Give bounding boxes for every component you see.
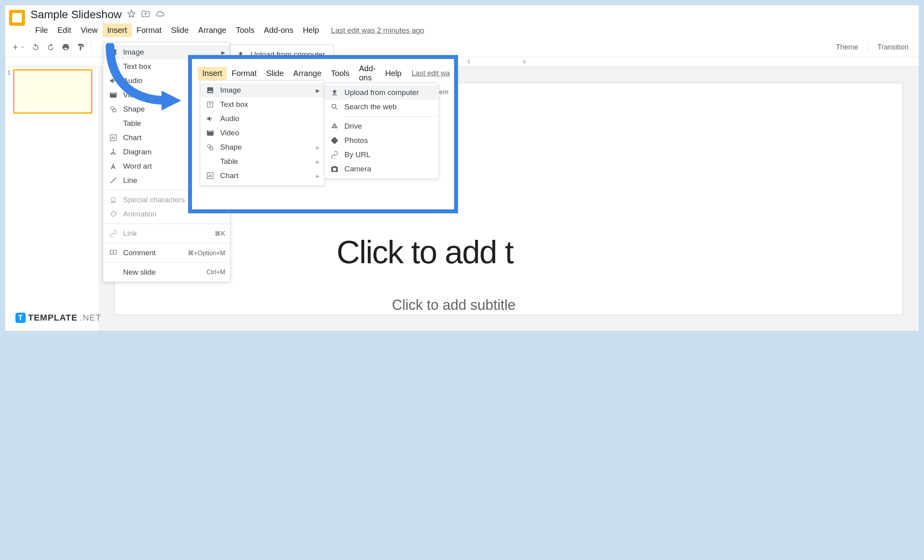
- sub-drive[interactable]: Drive: [325, 119, 439, 133]
- menu-insert[interactable]: Insert: [103, 23, 132, 37]
- search-icon: [330, 103, 339, 111]
- slide-number: 1: [8, 69, 11, 114]
- menu-slide[interactable]: Slide: [166, 23, 193, 37]
- menu-view[interactable]: View: [76, 23, 103, 37]
- callout-menu-addons[interactable]: Add-ons: [354, 62, 380, 84]
- svg-point-4: [112, 149, 114, 150]
- cloud-icon[interactable]: [156, 8, 164, 21]
- callout-menu-format[interactable]: Format: [227, 67, 261, 80]
- watermark-brand: TEMPLATE: [28, 313, 78, 323]
- callout-insert-table[interactable]: Table▸: [200, 154, 325, 169]
- textbox-icon: [206, 101, 215, 108]
- title-area: Sample Slideshow File Edit View Insert F…: [30, 8, 915, 37]
- redo-button[interactable]: [44, 40, 57, 54]
- insert-link[interactable]: Link⌘K: [103, 226, 230, 241]
- svg-point-7: [114, 153, 116, 154]
- move-icon[interactable]: [141, 8, 150, 21]
- slide-thumb-row: 1: [8, 69, 96, 114]
- menubar: File Edit View Insert Format Slide Arran…: [30, 23, 915, 37]
- callout-last-edit[interactable]: Last edit wa: [412, 69, 450, 78]
- chart-icon: [109, 134, 118, 142]
- insert-link-label: Link: [123, 229, 137, 238]
- sub-camera[interactable]: Camera: [325, 162, 439, 176]
- callout-insert-video[interactable]: Video: [200, 126, 325, 140]
- callout-menu-insert[interactable]: Insert: [198, 67, 227, 80]
- callout-image-label: Image: [220, 86, 241, 95]
- toolbar-separator: [868, 42, 868, 52]
- toolbar-separator: [91, 42, 91, 52]
- sub-photos-label: Photos: [344, 136, 368, 145]
- menu-file[interactable]: File: [30, 23, 53, 37]
- callout-menu-tools[interactable]: Tools: [326, 67, 354, 80]
- callout-chart-label: Chart: [220, 171, 238, 180]
- insert-table-label: Table: [123, 119, 141, 128]
- slide-thumbnail[interactable]: [13, 69, 92, 114]
- callout-menu-help[interactable]: Help: [380, 67, 406, 80]
- print-button[interactable]: [59, 40, 72, 54]
- shortcut: Ctrl+M: [206, 269, 225, 276]
- callout-insert-textbox[interactable]: Text box: [200, 97, 325, 112]
- menu-tools[interactable]: Tools: [231, 23, 259, 37]
- callout-insert-image[interactable]: Image▸: [200, 83, 325, 97]
- topbar: Sample Slideshow File Edit View Insert F…: [5, 5, 919, 37]
- shortcut: ⌘K: [215, 230, 225, 237]
- sub-upload-label: Upload from computer: [344, 88, 419, 97]
- callout-textbox-label: Text box: [220, 100, 248, 109]
- svg-point-15: [332, 104, 336, 108]
- callout-audio-label: Audio: [220, 114, 240, 123]
- paint-format-button[interactable]: [74, 40, 87, 54]
- callout-insert-chart[interactable]: Chart▸: [200, 169, 325, 183]
- ruler-mark: 5: [468, 59, 470, 65]
- sub-url[interactable]: By URL: [325, 148, 439, 162]
- dropdown-separator: [103, 243, 230, 243]
- insert-comment[interactable]: Comment⌘+Option+M: [103, 246, 230, 260]
- menu-format[interactable]: Format: [132, 23, 166, 37]
- callout-menu-slide[interactable]: Slide: [261, 67, 288, 80]
- insert-new-slide[interactable]: New slideCtrl+M: [103, 265, 230, 279]
- callout-table-label: Table: [220, 157, 238, 166]
- annotation-callout: Insert Format Slide Arrange Tools Add-on…: [188, 55, 458, 213]
- callout-image-submenu: Upload from computer Search the web Driv…: [324, 83, 439, 179]
- sub-search[interactable]: Search the web: [325, 100, 439, 114]
- callout-insert-audio[interactable]: Audio: [200, 112, 325, 126]
- slides-logo-icon: [9, 10, 25, 26]
- menu-edit[interactable]: Edit: [53, 23, 76, 37]
- annotation-arrow-icon: [102, 43, 185, 114]
- theme-button[interactable]: Theme: [830, 43, 865, 51]
- insert-newslide-label: New slide: [123, 268, 156, 277]
- watermark-net: .NET: [80, 313, 101, 323]
- title-placeholder[interactable]: Click to add t: [337, 233, 513, 271]
- sub-url-label: By URL: [344, 150, 370, 159]
- callout-menu-arrange[interactable]: Arrange: [289, 67, 326, 80]
- callout-insert-shape[interactable]: Shape▸: [200, 140, 325, 154]
- star-icon[interactable]: [127, 8, 136, 21]
- audio-icon: [206, 115, 215, 123]
- last-edit-link[interactable]: Last edit was 2 minutes ago: [331, 26, 424, 35]
- watermark: T TEMPLATE.NET: [15, 313, 101, 323]
- callout-insert-dropdown: Image▸ Text box Audio Video Shape▸ Table…: [200, 80, 325, 186]
- insert-animation-label: Animation: [123, 210, 157, 218]
- menu-help[interactable]: Help: [298, 23, 324, 37]
- menu-arrange[interactable]: Arrange: [194, 23, 231, 37]
- doc-title[interactable]: Sample Slideshow: [30, 8, 122, 21]
- insert-chart-label: Chart: [123, 133, 141, 142]
- insert-comment-label: Comment: [123, 249, 156, 257]
- sub-drive-label: Drive: [344, 122, 362, 131]
- svg-point-5: [110, 153, 112, 154]
- new-slide-button[interactable]: [9, 40, 27, 54]
- drive-icon: [330, 122, 339, 130]
- chevron-right-icon: ▸: [316, 143, 320, 152]
- slide-panel: 1: [5, 67, 99, 331]
- dropdown-separator: [103, 224, 230, 224]
- subtitle-placeholder[interactable]: Click to add subtitle: [392, 297, 515, 313]
- undo-button[interactable]: [29, 40, 42, 54]
- sub-upload[interactable]: Upload from computer: [325, 85, 439, 100]
- ruler-mark: 6: [523, 59, 526, 65]
- sub-camera-label: Camera: [344, 165, 371, 173]
- photos-icon: [330, 137, 339, 144]
- upload-icon: [330, 89, 339, 97]
- menu-addons[interactable]: Add-ons: [259, 23, 298, 37]
- transition-button[interactable]: Transition: [871, 43, 915, 51]
- sub-search-label: Search the web: [344, 103, 397, 111]
- sub-photos[interactable]: Photos: [325, 133, 439, 148]
